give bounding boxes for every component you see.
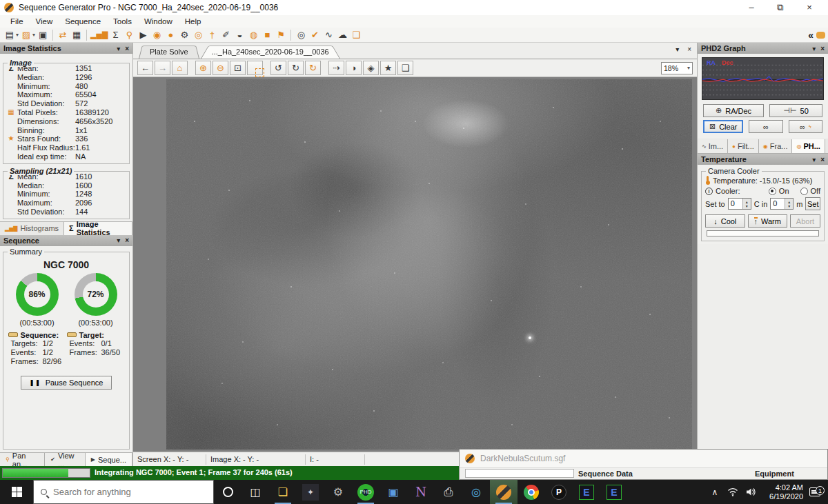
set-temp-stepper[interactable]: 0 ▲▼	[728, 198, 751, 210]
photos-app-icon[interactable]: ✦	[297, 480, 324, 504]
taskbar-search[interactable]	[33, 480, 214, 504]
link-button[interactable]: ∞	[749, 120, 782, 133]
cooler-on-radio[interactable]	[769, 188, 776, 195]
toolbar-overflow-icon[interactable]: «	[808, 30, 814, 41]
tray-chevron-icon[interactable]: ∧	[707, 487, 723, 497]
dock-close-icon[interactable]: ×	[820, 45, 825, 52]
new-sequence-icon[interactable]: ▤	[3, 29, 16, 41]
menu-tools[interactable]: Tools	[107, 17, 138, 26]
pixel-info-icon[interactable]: ⌂	[177, 63, 183, 73]
rotator-icon[interactable]: ◍	[247, 29, 259, 41]
tab-view[interactable]: ✔ View ...	[45, 453, 86, 466]
menu-view[interactable]: View	[30, 17, 59, 26]
back-icon[interactable]: ←	[141, 63, 150, 73]
search-input[interactable]	[53, 487, 191, 497]
graph-scale-button[interactable]: ⊣⊢ 50	[769, 104, 822, 117]
open-sequence-icon[interactable]: ▨	[20, 29, 32, 41]
dock-collapse-icon[interactable]: ▾	[117, 236, 120, 244]
frame-icon[interactable]: ❑	[402, 63, 410, 73]
eqmod-icon-2[interactable]: E	[600, 480, 628, 504]
dock-close-icon[interactable]: ×	[820, 156, 825, 163]
menu-window[interactable]: Window	[138, 17, 179, 26]
restore-button[interactable]: ⧉	[766, 2, 795, 13]
weather-icon[interactable]: ☁	[336, 29, 348, 41]
stretch-arrow-icon[interactable]: ⇢	[333, 63, 340, 73]
monitor-app-icon[interactable]: ▣	[379, 480, 407, 504]
dock-collapse-icon[interactable]: ▾	[812, 45, 816, 52]
chrome-icon[interactable]	[518, 480, 545, 504]
file-explorer-icon[interactable]: ❏	[269, 480, 297, 504]
stepper-arrows-icon[interactable]: ▲▼	[785, 199, 793, 209]
minimize-button[interactable]: –	[737, 2, 766, 13]
dome-icon[interactable]: ◒	[233, 29, 246, 41]
new-sequence-dropdown-icon[interactable]: ▾	[16, 32, 19, 38]
parallels-icon[interactable]: P	[545, 480, 573, 504]
tab-close-icon[interactable]: ×	[687, 46, 691, 53]
tab-image-statistics[interactable]: Σ Image Statistics	[64, 222, 132, 235]
tab-image-history[interactable]: ∿ Im...	[698, 139, 728, 153]
tab-pan-and-zoom[interactable]: ⚲ Pan an...	[0, 453, 45, 466]
print3d-app-icon[interactable]: ⎙	[435, 480, 462, 504]
star-detect-icon[interactable]: ★	[384, 63, 393, 73]
cortana-icon[interactable]	[214, 480, 241, 504]
close-button[interactable]: ×	[795, 2, 824, 13]
framing-icon[interactable]: ❑	[350, 29, 362, 41]
rotate-cw-icon[interactable]: ↻	[292, 63, 299, 73]
plate-solve-icon[interactable]: ⚲	[123, 29, 135, 41]
temperature-icon[interactable]: †	[206, 29, 218, 41]
tab-menu-caret-icon[interactable]: ▾	[676, 46, 679, 53]
statistics-icon[interactable]: Σ	[109, 29, 121, 41]
menu-help[interactable]: Help	[179, 17, 208, 26]
focuser-icon[interactable]: ◎	[192, 29, 204, 41]
popup-target-field[interactable]	[465, 469, 574, 478]
auto-stretch-icon[interactable]: ↻	[309, 63, 317, 73]
zoom-in-icon[interactable]: ⊕	[199, 63, 207, 73]
tab-filters[interactable]: ● Filt...	[728, 139, 759, 153]
taskbar-clock[interactable]: 4:02 AM 6/19/2020	[760, 483, 803, 501]
tab-sequence[interactable]: ▶ Seque...	[86, 453, 132, 466]
dock-close-icon[interactable]: ×	[125, 45, 129, 52]
cooler-off-radio[interactable]	[800, 188, 808, 195]
save-sequence-icon[interactable]: ▣	[37, 29, 49, 41]
contrast-icon[interactable]: ◑	[351, 63, 357, 73]
checklist-icon[interactable]: ✔	[308, 29, 321, 41]
tab-histograms[interactable]: ▂▅▇ Histograms	[0, 222, 64, 235]
eqmod-icon-1[interactable]: E	[573, 480, 600, 504]
volume-icon[interactable]	[742, 487, 759, 496]
target-icon[interactable]: ◎	[295, 29, 307, 41]
tab-plate-solve[interactable]: Plate Solve	[139, 44, 199, 59]
safety-icon[interactable]: ■	[261, 29, 273, 41]
radec-toggle-button[interactable]: ⊕ RA/Dec	[703, 104, 764, 117]
start-button[interactable]	[0, 480, 33, 504]
histogram-icon[interactable]: ▂▅▇	[90, 29, 108, 41]
menu-file[interactable]: File	[4, 17, 30, 26]
graph-icon[interactable]: ∿	[322, 29, 335, 41]
camera-icon[interactable]: ◉	[150, 29, 163, 41]
set-temp-button[interactable]: Set	[805, 197, 820, 210]
feedback-icon[interactable]	[816, 32, 825, 39]
warm-button[interactable]: ↑ Warm	[748, 214, 788, 228]
flag-icon[interactable]: ⚑	[275, 29, 287, 41]
crosshair-icon[interactable]: ◈	[368, 63, 375, 73]
dock-close-icon[interactable]: ×	[125, 236, 129, 244]
open-sequence-dropdown-icon[interactable]: ▾	[32, 32, 35, 38]
popup-title-bar[interactable]: DarkNebulaScutum.sgf	[460, 450, 827, 468]
tab-active-image[interactable]: ..._Ha_240sec_2020-06-19__0036	[201, 44, 340, 59]
duration-stepper[interactable]: 0 ▲▼	[770, 198, 793, 210]
filter-wheel-icon[interactable]: ●	[164, 29, 177, 41]
rotate-ccw-icon[interactable]: ↺	[275, 63, 282, 73]
sgp-taskbar-icon[interactable]	[490, 480, 518, 504]
run-sequence-icon[interactable]: ▶	[137, 29, 149, 41]
sequencer-icon[interactable]: ⇄	[57, 29, 69, 41]
task-view-icon[interactable]: ◫	[241, 480, 269, 504]
phd2-icon[interactable]: PHD	[352, 480, 379, 504]
zoom-fit-icon[interactable]: ⊡	[234, 63, 241, 73]
wifi-icon[interactable]	[724, 487, 741, 496]
frame-and-focus-icon[interactable]: ▦	[70, 29, 83, 41]
cool-button[interactable]: ↓ Cool	[705, 214, 745, 228]
nebula-image[interactable]	[166, 79, 692, 450]
link-settings-button[interactable]: ∞ϟ	[789, 120, 822, 133]
dock-collapse-icon[interactable]: ▾	[117, 45, 120, 52]
action-center-icon[interactable]: 1	[805, 487, 825, 496]
dock-collapse-icon[interactable]: ▾	[812, 156, 816, 163]
